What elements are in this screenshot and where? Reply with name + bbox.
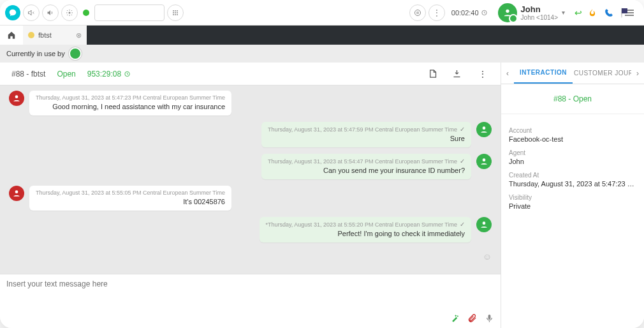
svg-point-15 bbox=[483, 126, 486, 130]
created-value: Thursday, August 31, 2023 at 5:47:23 PM … bbox=[509, 180, 636, 188]
svg-point-18 bbox=[483, 221, 486, 225]
svg-point-12 bbox=[506, 9, 509, 12]
agent-block[interactable]: John John <1014> ▾ bbox=[498, 3, 565, 22]
microphone-icon[interactable] bbox=[485, 313, 494, 323]
note-icon[interactable] bbox=[428, 69, 441, 78]
kebab-icon[interactable]: ⋮ bbox=[476, 69, 489, 79]
message-bubble: Thursday, August 31, 2023 at 5:47:59 PM … bbox=[261, 122, 471, 147]
agent-avatar-icon bbox=[498, 3, 517, 22]
call-timer: 00:02:40 bbox=[451, 9, 488, 17]
message-body: It's 00245876 bbox=[36, 198, 225, 205]
svg-point-1 bbox=[173, 10, 174, 11]
interaction-status: Open bbox=[57, 70, 75, 78]
interaction-title: #88 - fbtst bbox=[11, 70, 45, 78]
mute-button[interactable] bbox=[23, 4, 40, 21]
agent-avatar-icon bbox=[476, 217, 492, 232]
visibility-label: Visibility bbox=[509, 194, 636, 201]
side-panel: ‹ INTERACTION CUSTOMER JOURNE › #88 - Op… bbox=[501, 63, 644, 328]
message-bubble: Thursday, August 31, 2023 at 5:47:23 PM … bbox=[29, 91, 231, 116]
reply-icon[interactable]: ↩ bbox=[571, 8, 585, 18]
svg-point-16 bbox=[483, 158, 486, 161]
chat-header: #88 - fbtst Open 953:29:08 ⋮ bbox=[0, 63, 501, 86]
customer-avatar-icon bbox=[9, 186, 24, 201]
flag-icon[interactable] bbox=[621, 8, 622, 17]
svg-point-5 bbox=[175, 12, 176, 13]
svg-rect-19 bbox=[488, 315, 491, 320]
svg-point-6 bbox=[177, 12, 178, 13]
account-value: Facebook-oc-test bbox=[509, 135, 636, 143]
volume-button[interactable] bbox=[42, 4, 59, 21]
timer-icon bbox=[481, 9, 488, 16]
account-label: Account bbox=[509, 127, 636, 134]
message-timestamp: Thursday, August 31, 2023 at 5:47:23 PM … bbox=[36, 94, 225, 101]
message-body: Sure bbox=[268, 135, 465, 142]
composer: ☺ bbox=[0, 274, 501, 328]
magic-wand-icon[interactable] bbox=[450, 313, 460, 323]
in-use-bar: Currently in use by bbox=[0, 45, 644, 63]
svg-point-2 bbox=[175, 10, 176, 11]
message-row: Thursday, August 31, 2023 at 5:47:23 PM … bbox=[9, 91, 492, 116]
in-use-label: Currently in use by bbox=[6, 50, 65, 57]
tab-interaction[interactable]: INTERACTION bbox=[514, 63, 573, 84]
message-timestamp: Thursday, August 31, 2023 at 5:55:05 PM … bbox=[36, 190, 225, 196]
agent-label: Agent bbox=[509, 149, 636, 156]
agent-avatar-icon bbox=[476, 154, 492, 169]
message-bubble: *Thursday, August 31, 2023 at 5:55:20 PM… bbox=[260, 217, 472, 242]
tab-close-icon[interactable]: ⊗ bbox=[76, 31, 82, 40]
tab-fbtst[interactable]: fbtst ⊗ bbox=[23, 26, 87, 45]
delivered-check-icon: ✓ bbox=[460, 158, 465, 165]
tab-customer-journey[interactable]: CUSTOMER JOURNE bbox=[573, 63, 631, 83]
message-bubble: Thursday, August 31, 2023 at 5:54:47 PM … bbox=[261, 154, 471, 179]
svg-point-4 bbox=[173, 12, 174, 13]
message-row: Thursday, August 31, 2023 at 5:55:05 PM … bbox=[9, 186, 492, 211]
delivered-check-icon: ✓ bbox=[460, 126, 465, 133]
message-bubble: Thursday, August 31, 2023 at 5:55:05 PM … bbox=[29, 186, 231, 211]
emoji-icon[interactable]: ☺ bbox=[483, 251, 492, 262]
top-search-input[interactable] bbox=[94, 4, 165, 21]
message-timestamp: Thursday, August 31, 2023 at 5:54:47 PM … bbox=[268, 158, 465, 165]
created-label: Created At bbox=[509, 172, 636, 179]
fire-icon[interactable] bbox=[588, 8, 602, 17]
pause-button[interactable] bbox=[409, 4, 426, 21]
timer-value: 00:02:40 bbox=[451, 9, 479, 17]
agent-name: John bbox=[521, 4, 558, 14]
more-button[interactable]: ⋮ bbox=[428, 4, 445, 21]
tabs-bar: fbtst ⊗ bbox=[0, 26, 644, 45]
status-dot-icon bbox=[83, 10, 89, 16]
attachment-icon[interactable] bbox=[467, 313, 477, 323]
message-body: Perfect! I'm going to check it immediate… bbox=[266, 230, 465, 237]
download-icon[interactable] bbox=[452, 69, 465, 78]
agent-value: John bbox=[509, 158, 636, 165]
message-timestamp: *Thursday, August 31, 2023 at 5:55:20 PM… bbox=[266, 221, 465, 228]
message-input[interactable] bbox=[6, 280, 494, 309]
svg-point-10 bbox=[414, 10, 420, 15]
message-row: *Thursday, August 31, 2023 at 5:55:20 PM… bbox=[9, 217, 492, 242]
tab-label: fbtst bbox=[38, 31, 52, 39]
side-heading: #88 - Open bbox=[501, 84, 644, 114]
dialpad-button[interactable] bbox=[167, 4, 184, 21]
messages-list: Thursday, August 31, 2023 at 5:47:23 PM … bbox=[0, 86, 501, 274]
svg-point-8 bbox=[175, 14, 176, 15]
interaction-duration: 953:29:08 bbox=[87, 70, 131, 78]
chevron-down-icon: ▾ bbox=[562, 9, 565, 16]
visibility-value: Private bbox=[509, 202, 636, 210]
message-timestamp: Thursday, August 31, 2023 at 5:47:59 PM … bbox=[268, 126, 465, 133]
settings-button[interactable] bbox=[61, 4, 78, 21]
message-row: Thursday, August 31, 2023 at 5:54:47 PM … bbox=[9, 154, 492, 179]
svg-point-14 bbox=[15, 95, 18, 98]
app-logo-icon bbox=[5, 5, 20, 20]
side-next-icon[interactable]: › bbox=[631, 69, 644, 78]
agent-avatar-icon bbox=[476, 122, 492, 137]
svg-point-3 bbox=[177, 10, 178, 11]
phone-icon[interactable] bbox=[604, 8, 618, 17]
home-tab[interactable] bbox=[0, 26, 23, 45]
tab-status-dot-icon bbox=[28, 32, 34, 38]
svg-point-0 bbox=[69, 11, 71, 13]
message-body: Good morning, I need assistance with my … bbox=[36, 103, 225, 110]
svg-point-7 bbox=[173, 14, 174, 15]
svg-point-17 bbox=[15, 190, 18, 193]
customer-avatar-icon bbox=[9, 91, 24, 106]
side-prev-icon[interactable]: ‹ bbox=[501, 69, 514, 78]
top-toolbar: ⋮ 00:02:40 John John <1014> ▾ ↩ bbox=[0, 0, 644, 26]
svg-point-9 bbox=[177, 14, 178, 15]
